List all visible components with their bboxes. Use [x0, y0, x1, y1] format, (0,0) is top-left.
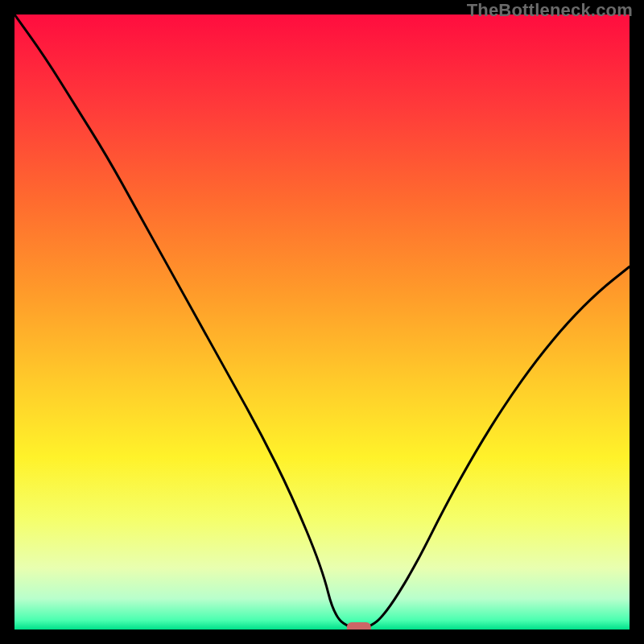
bottleneck-chart [14, 14, 630, 630]
gradient-background [14, 14, 630, 630]
optimal-marker [347, 622, 371, 630]
attribution-text: TheBottleneck.com [467, 0, 633, 21]
chart-frame [14, 14, 630, 630]
